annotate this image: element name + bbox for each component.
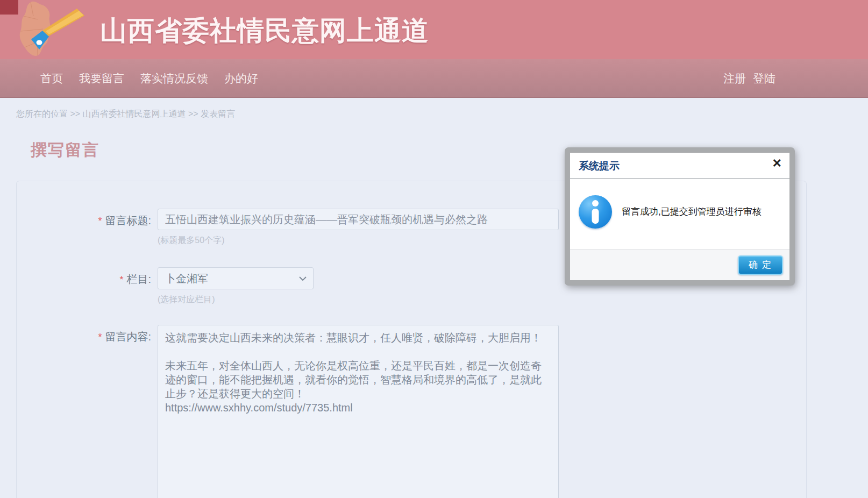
site-header: 山西省委社情民意网上通道 [0, 0, 868, 59]
shanxi-map-pen-logo-icon [13, 1, 94, 59]
column-select[interactable]: 卜金湘军 [158, 267, 314, 289]
system-prompt-modal: 系统提示 ✕ 留言成功,已提交到管理员进行审核 确 定 [565, 147, 795, 286]
info-icon [579, 195, 612, 229]
content-label-text: 留言内容: [105, 331, 151, 343]
modal-dialog: 系统提示 ✕ 留言成功,已提交到管理员进行审核 确 定 [570, 153, 789, 280]
info-icon-bar [592, 209, 599, 224]
auth-links: 注册 登陆 [716, 71, 775, 86]
required-asterisk: * [98, 216, 102, 226]
modal-header: 系统提示 ✕ [570, 153, 789, 179]
column-field-col: 卜金湘军 (选择对应栏目) [158, 267, 314, 305]
register-link[interactable]: 注册 [723, 71, 746, 86]
column-select-wrap: 卜金湘军 [158, 267, 314, 289]
title-field-label: *留言标题: [17, 209, 151, 228]
content-field-label: *留言内容: [17, 325, 151, 344]
content-field-row: *留言内容: 这就需要决定山西未来的决策者：慧眼识才，任人唯贤，破除障碍，大胆启… [17, 325, 806, 498]
info-icon-dot [592, 200, 599, 207]
breadcrumb: 您所在的位置 >> 山西省委社情民意网上通道 >> 发表留言 [0, 98, 868, 120]
modal-message: 留言成功,已提交到管理员进行审核 [622, 205, 762, 218]
site-title: 山西省委社情民意网上通道 [100, 13, 429, 49]
close-icon[interactable]: ✕ [772, 158, 782, 169]
column-field-label: *栏目: [17, 267, 151, 287]
column-label-text: 栏目: [126, 273, 151, 285]
nav-item-well-done[interactable]: 办的好 [224, 71, 258, 86]
modal-title: 系统提示 [579, 160, 620, 172]
required-asterisk: * [119, 274, 123, 285]
modal-body: 留言成功,已提交到管理员进行审核 [570, 179, 789, 249]
ok-button[interactable]: 确 定 [738, 255, 783, 275]
required-asterisk: * [98, 332, 102, 343]
nav-item-leave-message[interactable]: 我要留言 [79, 71, 124, 86]
title-field-col: (标题最多50个字) [158, 209, 559, 246]
message-title-input[interactable] [158, 209, 559, 230]
nav-item-implementation-feedback[interactable]: 落实情况反馈 [140, 71, 208, 86]
title-label-text: 留言标题: [105, 215, 151, 226]
content-field-col: 这就需要决定山西未来的决策者：慧眼识才，任人唯贤，破除障碍，大胆启用！ 未来五年… [158, 325, 559, 498]
title-field-hint: (标题最多50个字) [158, 235, 559, 246]
login-link[interactable]: 登陆 [753, 71, 775, 86]
modal-footer: 确 定 [570, 249, 789, 280]
column-field-hint: (选择对应栏目) [158, 294, 314, 305]
message-content-textarea[interactable]: 这就需要决定山西未来的决策者：慧眼识才，任人唯贤，破除障碍，大胆启用！ 未来五年… [158, 325, 559, 498]
nav-item-home[interactable]: 首页 [40, 71, 63, 86]
main-nav: 首页 我要留言 落实情况反馈 办的好 注册 登陆 [0, 59, 868, 98]
